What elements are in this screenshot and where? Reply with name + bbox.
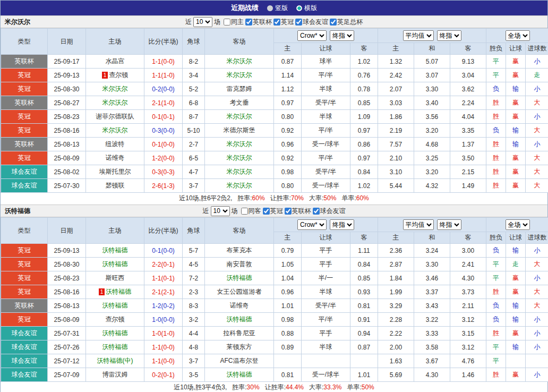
competition-badge: 英冠 — [1, 271, 48, 285]
home-team[interactable]: 纽波特 — [106, 140, 125, 148]
match-count-select[interactable]: 10 — [193, 17, 212, 27]
away-odds: 1.02 — [350, 55, 378, 69]
filter-checkbox[interactable] — [295, 19, 302, 25]
home-team[interactable]: 米尔沃尔 — [102, 126, 128, 134]
home-team[interactable]: 查尔顿 — [109, 71, 128, 79]
avg-select[interactable]: 平均值 — [403, 219, 434, 230]
home-odds: 0.92 — [274, 151, 302, 165]
filter-option[interactable]: 英冠 — [263, 207, 283, 216]
filter-label: 球会友谊 — [320, 207, 346, 216]
filter-checkbox[interactable] — [241, 208, 248, 215]
away-team[interactable]: 诺维奇 — [230, 302, 249, 309]
away-team[interactable]: 布莱克本 — [227, 246, 252, 254]
home-team[interactable]: 沃特福德 — [102, 246, 128, 254]
filter-option[interactable]: 英联杯 — [285, 207, 311, 216]
away-team[interactable]: 沃特福德 — [227, 371, 252, 378]
odds-time-select[interactable]: 终指 — [330, 30, 354, 41]
home-team[interactable]: 沃特福德 — [102, 260, 128, 268]
result-goals — [526, 354, 548, 368]
col-avg-draw: 和 — [414, 232, 450, 244]
scope-select[interactable]: 全场 — [506, 30, 530, 41]
away-team[interactable]: 米尔沃尔 — [227, 168, 252, 175]
scope-select[interactable]: 全场 — [506, 219, 530, 230]
home-team[interactable]: 埃斯托里尔 — [99, 168, 131, 175]
competition-badge: 英冠 — [1, 124, 48, 138]
avg-select-group: 平均值终指 — [378, 29, 486, 43]
summary-stat-label: 胜率: — [237, 194, 252, 202]
home-team[interactable]: 沃特福德 — [106, 288, 131, 295]
home-team[interactable]: 沃特福德 — [102, 329, 128, 337]
layout-radio-horizontal[interactable]: 横版 — [296, 4, 317, 13]
filter-checkbox[interactable] — [285, 208, 292, 215]
home-team[interactable]: 斯旺西 — [106, 274, 125, 282]
away-team[interactable]: 考文垂 — [230, 99, 249, 106]
odds-time-select[interactable]: 终指 — [330, 219, 354, 230]
home-team[interactable]: 诺维奇 — [106, 154, 125, 161]
filter-option[interactable]: 球会友谊 — [295, 18, 328, 27]
result-wdl: 平 — [486, 354, 506, 368]
filter-option[interactable]: 同客 — [241, 207, 261, 216]
away-team[interactable]: 雷克瑟姆 — [227, 85, 252, 92]
away-team[interactable]: 米尔沃尔 — [227, 154, 252, 161]
filter-checkbox[interactable] — [245, 19, 252, 25]
competition-badge: 英冠 — [1, 69, 48, 82]
filter-option[interactable]: 英联杯 — [245, 18, 272, 27]
competition-badge: 英联杯 — [1, 138, 48, 151]
away-team[interactable]: 沃特福德 — [227, 274, 252, 282]
avg-time-select[interactable]: 终指 — [437, 30, 461, 41]
col-date: 日期 — [48, 29, 86, 55]
odds-company-select[interactable]: Crow* — [297, 219, 327, 230]
filter-option[interactable]: 同主 — [224, 18, 244, 27]
home-team[interactable]: 查尔顿 — [106, 316, 125, 323]
away-odds — [350, 354, 378, 368]
filter-checkbox[interactable] — [273, 19, 280, 25]
filter-checkbox[interactable] — [263, 208, 270, 215]
home-team[interactable]: 谢菲尔德联队 — [96, 113, 134, 120]
filters-bar: 近 10 场 同主英联杯英冠球会友谊英足总杯 — [185, 17, 363, 27]
avg-draw-odds: 3.20 — [414, 124, 450, 138]
away-team[interactable]: 南安普敦 — [227, 260, 252, 268]
filter-option[interactable]: 英足总杯 — [330, 18, 363, 27]
home-team[interactable]: 米尔沃尔 — [102, 85, 128, 92]
avg-away-odds: 3.12 — [450, 313, 486, 327]
match-row: 英联杯25-08-13纽波特0-1(0-0)2-7米尔沃尔0.96受一/球半0.… — [1, 138, 548, 151]
match-count-select[interactable]: 10 — [211, 206, 230, 216]
filter-checkbox[interactable] — [330, 19, 337, 25]
away-team[interactable]: 米德尔斯堡 — [224, 126, 255, 134]
avg-draw-odds: 3.40 — [414, 96, 450, 110]
home-team-cell: 1查尔顿 — [86, 69, 144, 82]
corners: 8-3 — [183, 299, 205, 313]
away-team[interactable]: 米尔沃尔 — [227, 71, 252, 79]
result-wdl: 胜 — [486, 285, 506, 299]
away-team[interactable]: AFC温布尔登 — [220, 357, 259, 364]
away-team[interactable]: 拉科鲁尼亚 — [224, 329, 255, 337]
match-row: 英冠25-09-131查尔顿1-1(1-0)3-4米尔沃尔1.14平/半0.76… — [1, 69, 548, 82]
result-wdl: 平 — [486, 340, 506, 354]
layout-radio-vertical[interactable]: 竖版 — [267, 4, 288, 13]
avg-select[interactable]: 平均值 — [403, 30, 434, 41]
away-team[interactable]: 女王公园巡游者 — [217, 288, 262, 295]
filter-option[interactable]: 英冠 — [273, 18, 294, 27]
away-team[interactable]: 米尔沃尔 — [227, 140, 252, 148]
away-team[interactable]: 米尔沃尔 — [227, 182, 252, 189]
filter-option[interactable]: 球会友谊 — [313, 207, 346, 216]
away-team[interactable]: 米尔沃尔 — [227, 113, 252, 120]
away-team[interactable]: 米尔沃尔 — [227, 57, 252, 65]
home-team[interactable]: 沃特福德(中) — [97, 357, 133, 364]
home-team[interactable]: 米尔沃尔 — [102, 99, 128, 106]
away-team[interactable]: 沃特福德 — [227, 316, 252, 323]
result-wdl: 胜 — [486, 179, 506, 193]
home-team[interactable]: 沃特福德 — [102, 343, 128, 351]
home-team[interactable]: 瑟顿联 — [106, 182, 125, 189]
home-team[interactable]: 博雷汉姆 — [102, 371, 128, 378]
home-team[interactable]: 沃特福德 — [102, 302, 128, 309]
home-team[interactable]: 水晶宫 — [106, 57, 125, 65]
away-team[interactable]: 莱顿东方 — [227, 343, 252, 351]
filter-checkbox[interactable] — [224, 19, 230, 25]
filter-checkbox[interactable] — [313, 208, 320, 215]
avg-time-select[interactable]: 终指 — [437, 219, 461, 230]
away-team-cell: 诺维奇 — [205, 299, 274, 313]
handicap-line: 平手 — [302, 258, 350, 271]
odds-company-select[interactable]: Crow* — [297, 30, 327, 41]
away-team-cell: 米尔沃尔 — [205, 165, 274, 179]
